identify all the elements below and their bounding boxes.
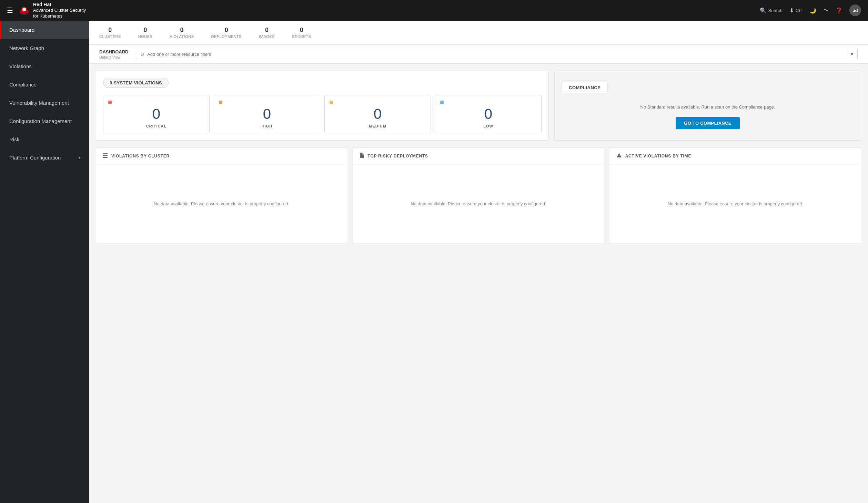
severity-card-high[interactable]: 0 HIGH <box>214 95 320 133</box>
file-icon <box>359 153 364 160</box>
stat-deployments[interactable]: 0 DEPLOYMENTS <box>211 27 242 39</box>
user-avatar[interactable]: ad <box>849 4 861 16</box>
dashboard-title: DASHBOARD <box>99 49 130 54</box>
search-action[interactable]: 🔍 Search <box>760 7 783 14</box>
activity-icon: 〜 <box>823 7 829 14</box>
sidebar-item-configuration-management[interactable]: Configuration Management <box>0 112 89 130</box>
top-risky-deployments-content: No data available. Please ensure your cl… <box>353 165 604 244</box>
filter-bar: DASHBOARD Default View ⊙ ▾ <box>89 45 868 64</box>
active-violations-by-time-panel: ACTIVE VIOLATIONS BY TIME No data availa… <box>610 147 861 244</box>
sidebar-item-dashboard[interactable]: Dashboard <box>0 21 89 39</box>
sidebar-item-network-graph[interactable]: Network Graph <box>0 39 89 57</box>
svg-rect-3 <box>103 153 108 154</box>
svg-rect-6 <box>619 155 619 156</box>
sidebar-item-platform-configuration[interactable]: Platform Configuration ▾ <box>0 148 89 167</box>
sidebar-item-compliance[interactable]: Compliance <box>0 75 89 94</box>
go-to-compliance-button[interactable]: GO TO COMPLIANCE <box>676 117 739 129</box>
moon-icon: 🌙 <box>809 7 816 14</box>
cli-action[interactable]: ⬇ CLI <box>789 7 803 14</box>
compliance-tab: COMPLIANCE <box>562 82 608 93</box>
violations-section: 0 SYSTEM VIOLATIONS 0 CRITICAL 0 HIGH <box>96 71 549 141</box>
low-count: 0 <box>484 107 492 121</box>
bottom-panels-row: VIOLATIONS BY CLUSTER No data available.… <box>89 147 868 251</box>
stat-clusters[interactable]: 0 CLUSTERS <box>99 27 121 39</box>
dashboard-subtitle: Default View <box>99 55 130 59</box>
download-icon: ⬇ <box>789 7 794 14</box>
svg-rect-5 <box>103 157 108 158</box>
compliance-section: COMPLIANCE No Standard results available… <box>554 71 861 141</box>
svg-rect-4 <box>103 155 108 156</box>
redhat-logo <box>18 4 30 17</box>
main-content: 0 CLUSTERS 0 NODES 0 VIOLATIONS 0 DEPLOY… <box>89 21 868 503</box>
low-dot <box>440 101 444 104</box>
theme-toggle[interactable]: 🌙 <box>809 7 816 14</box>
compliance-message: No Standard results available. Run a sca… <box>640 104 775 111</box>
active-violations-by-time-header: ACTIVE VIOLATIONS BY TIME <box>610 148 861 165</box>
violations-by-cluster-header: VIOLATIONS BY CLUSTER <box>96 148 347 165</box>
violations-badge: 0 SYSTEM VIOLATIONS <box>103 78 169 88</box>
logo-area: Red Hat Advanced Cluster Security for Ku… <box>18 1 86 19</box>
top-risky-deployments-panel: TOP RISKY DEPLOYMENTS No data available.… <box>353 147 604 244</box>
svg-point-7 <box>619 156 619 157</box>
sidebar-item-risk[interactable]: Risk <box>0 130 89 148</box>
stat-nodes[interactable]: 0 NODES <box>138 27 153 39</box>
chevron-down-icon: ▾ <box>78 155 81 160</box>
critical-dot <box>108 101 112 104</box>
filter-title-area: DASHBOARD Default View <box>99 49 130 59</box>
stat-violations[interactable]: 0 VIOLATIONS <box>170 27 194 39</box>
hamburger-menu[interactable]: ☰ <box>7 6 13 14</box>
severity-card-critical[interactable]: 0 CRITICAL <box>103 95 210 133</box>
top-panels-row: 0 SYSTEM VIOLATIONS 0 CRITICAL 0 HIGH <box>89 64 868 147</box>
filter-icon: ⊙ <box>140 51 144 57</box>
medium-dot <box>330 101 333 104</box>
violations-by-cluster-no-data: No data available. Please ensure your cl… <box>154 201 289 208</box>
severity-card-medium[interactable]: 0 MEDIUM <box>324 95 431 133</box>
filter-input[interactable] <box>147 52 844 57</box>
critical-label: CRITICAL <box>146 124 166 128</box>
alert-icon <box>616 153 622 160</box>
svg-point-2 <box>22 8 26 11</box>
topnav: ☰ Red Hat Advanced Cluster Security for … <box>0 0 868 21</box>
active-violations-by-time-no-data: No data available. Please ensure your cl… <box>668 201 803 208</box>
activity-icon-action[interactable]: 〜 <box>823 7 829 14</box>
search-icon: 🔍 <box>760 7 767 14</box>
stat-images[interactable]: 0 IMAGES <box>259 27 275 39</box>
stats-bar: 0 CLUSTERS 0 NODES 0 VIOLATIONS 0 DEPLOY… <box>89 21 868 45</box>
active-violations-by-time-title: ACTIVE VIOLATIONS BY TIME <box>625 154 692 158</box>
violations-by-cluster-title: VIOLATIONS BY CLUSTER <box>111 154 170 158</box>
high-count: 0 <box>263 107 271 121</box>
severity-cards: 0 CRITICAL 0 HIGH 0 MEDIUM <box>103 95 542 133</box>
violations-by-cluster-content: No data available. Please ensure your cl… <box>96 165 347 244</box>
top-risky-deployments-no-data: No data available. Please ensure your cl… <box>411 201 546 208</box>
critical-count: 0 <box>152 107 160 121</box>
medium-label: MEDIUM <box>369 124 386 128</box>
top-risky-deployments-header: TOP RISKY DEPLOYMENTS <box>353 148 604 165</box>
help-action[interactable]: ❓ <box>836 7 842 14</box>
high-dot <box>219 101 222 104</box>
violations-header: 0 SYSTEM VIOLATIONS <box>103 78 542 88</box>
sidebar-item-vulnerability-management[interactable]: Vulnerability Management <box>0 94 89 112</box>
filter-dropdown-button[interactable]: ▾ <box>847 51 853 57</box>
top-risky-deployments-title: TOP RISKY DEPLOYMENTS <box>367 154 428 158</box>
high-label: HIGH <box>262 124 273 128</box>
violations-by-cluster-panel: VIOLATIONS BY CLUSTER No data available.… <box>96 147 347 244</box>
app-title: Red Hat Advanced Cluster Security for Ku… <box>33 1 86 19</box>
active-violations-by-time-content: No data available. Please ensure your cl… <box>610 165 861 244</box>
stat-secrets[interactable]: 0 SECRETS <box>292 27 311 39</box>
help-icon: ❓ <box>836 7 842 14</box>
sidebar: Dashboard Network Graph Violations Compl… <box>0 21 89 503</box>
low-label: LOW <box>483 124 493 128</box>
layers-icon <box>102 153 108 160</box>
severity-card-low[interactable]: 0 LOW <box>435 95 542 133</box>
medium-count: 0 <box>374 107 382 121</box>
filter-input-wrapper[interactable]: ⊙ ▾ <box>136 49 858 59</box>
sidebar-item-violations[interactable]: Violations <box>0 57 89 75</box>
